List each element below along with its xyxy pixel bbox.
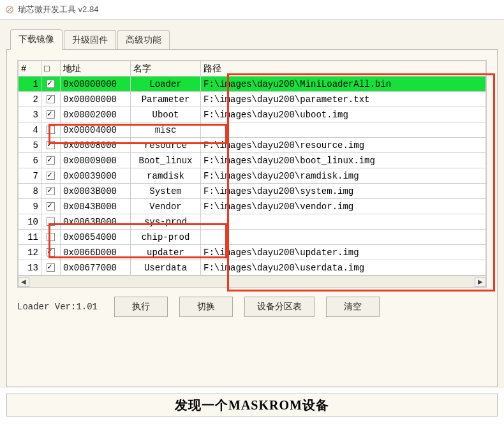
cell-check[interactable] [41, 245, 61, 260]
cell-name[interactable]: Vendor [131, 199, 201, 214]
partition-button[interactable]: 设备分区表 [244, 297, 315, 317]
horizontal-scrollbar[interactable]: ◀ ▶ [18, 276, 486, 287]
cell-name[interactable]: resource [131, 138, 201, 153]
table-row[interactable]: 80x0003B000SystemF:\images\dayu200\syste… [19, 184, 486, 199]
cell-name[interactable]: Boot_linux [131, 153, 201, 168]
cell-path[interactable]: F:\images\dayu200\resource.img [201, 138, 486, 153]
cell-check[interactable] [41, 107, 61, 122]
cell-path[interactable]: F:\images\dayu200\uboot.img [201, 107, 486, 122]
row-checkbox[interactable] [47, 187, 55, 195]
table-row[interactable]: 50x00008000resourceF:\images\dayu200\res… [19, 138, 486, 153]
main-window: 下载镜像 升级固件 高级功能 # □ 地址 名字 路径 10x00000000L… [0, 19, 504, 388]
scroll-left-arrow[interactable]: ◀ [18, 277, 29, 287]
switch-button[interactable]: 切换 [179, 297, 233, 317]
table-row[interactable]: 10x00000000LoaderF:\images\dayu200\MiniL… [19, 77, 486, 92]
cell-path[interactable]: F:\images\dayu200\updater.img [201, 245, 486, 260]
cell-index: 5 [19, 138, 41, 153]
cell-address[interactable]: 0x00000000 [61, 77, 131, 92]
cell-address[interactable]: 0x00009000 [61, 153, 131, 168]
cell-path[interactable]: F:\images\dayu200\MiniLoaderAll.bin [201, 77, 486, 92]
row-checkbox[interactable] [47, 263, 55, 272]
table-row[interactable]: 130x00677000UserdataF:\images\dayu200\us… [19, 260, 486, 276]
cell-name[interactable]: ramdisk [131, 168, 201, 184]
cell-check[interactable] [41, 214, 61, 230]
row-checkbox[interactable] [47, 172, 55, 180]
row-checkbox[interactable] [47, 80, 55, 88]
col-header-address[interactable]: 地址 [61, 61, 131, 77]
table-row[interactable]: 40x00004000misc [19, 122, 486, 138]
cell-name[interactable]: updater [131, 245, 201, 260]
cell-check[interactable] [41, 184, 61, 199]
run-button[interactable]: 执行 [114, 297, 168, 317]
cell-address[interactable]: 0x0063B000 [61, 214, 131, 230]
table-row[interactable]: 90x0043B000VendorF:\images\dayu200\vendo… [19, 199, 486, 214]
clear-button[interactable]: 清空 [326, 297, 380, 317]
cell-path[interactable]: F:\images\dayu200\userdata.img [201, 260, 486, 276]
table-row[interactable]: 110x00654000chip-prod [19, 230, 486, 245]
cell-address[interactable]: 0x0003B000 [61, 184, 131, 199]
cell-check[interactable] [41, 92, 61, 107]
cell-path[interactable]: F:\images\dayu200\system.img [201, 184, 486, 199]
row-checkbox[interactable] [47, 126, 55, 134]
table-row[interactable]: 20x00000000ParameterF:\images\dayu200\pa… [19, 92, 486, 107]
cell-name[interactable]: Loader [131, 77, 201, 92]
tab-upgrade-firmware[interactable]: 升级固件 [64, 30, 116, 50]
cell-address[interactable]: 0x00002000 [61, 107, 131, 122]
cell-name[interactable]: System [131, 184, 201, 199]
col-header-name[interactable]: 名字 [131, 61, 201, 77]
cell-check[interactable] [41, 138, 61, 153]
row-checkbox[interactable] [47, 218, 55, 226]
cell-check[interactable] [41, 230, 61, 245]
cell-index: 3 [19, 107, 41, 122]
row-checkbox[interactable] [47, 156, 55, 165]
cell-path[interactable] [201, 230, 486, 245]
cell-path[interactable]: F:\images\dayu200\boot_linux.img [201, 153, 486, 168]
row-checkbox[interactable] [47, 202, 55, 210]
cell-path[interactable]: F:\images\dayu200\ramdisk.img [201, 168, 486, 184]
tab-advanced[interactable]: 高级功能 [117, 30, 170, 50]
cell-address[interactable]: 0x00000000 [61, 92, 131, 107]
cell-check[interactable] [41, 168, 61, 184]
cell-name[interactable]: Parameter [131, 92, 201, 107]
row-checkbox[interactable] [47, 95, 55, 103]
cell-name[interactable]: misc [131, 122, 201, 138]
table-row[interactable]: 100x0063B000sys-prod [19, 214, 486, 230]
cell-address[interactable]: 0x0043B000 [61, 199, 131, 214]
cell-name[interactable]: chip-prod [131, 230, 201, 245]
cell-name[interactable]: sys-prod [131, 214, 201, 230]
cell-index: 13 [19, 260, 41, 276]
table-row[interactable]: 30x00002000UbootF:\images\dayu200\uboot.… [19, 107, 486, 122]
cell-address[interactable]: 0x0066D000 [61, 245, 131, 260]
row-checkbox[interactable] [47, 233, 55, 241]
scroll-right-arrow[interactable]: ▶ [475, 277, 486, 287]
cell-index: 8 [19, 184, 41, 199]
cell-address[interactable]: 0x00039000 [61, 168, 131, 184]
cell-address[interactable]: 0x00654000 [61, 230, 131, 245]
cell-check[interactable] [41, 77, 61, 92]
cell-path[interactable] [201, 214, 486, 230]
table-row[interactable]: 70x00039000ramdiskF:\images\dayu200\ramd… [19, 168, 486, 184]
cell-path[interactable]: F:\images\dayu200\parameter.txt [201, 92, 486, 107]
status-bar: 发现一个MASKROM设备 [6, 394, 498, 417]
cell-check[interactable] [41, 199, 61, 214]
row-checkbox[interactable] [47, 110, 55, 119]
cell-name[interactable]: Userdata [131, 260, 201, 276]
col-header-index[interactable]: # [19, 61, 41, 77]
cell-path[interactable]: F:\images\dayu200\vendor.img [201, 199, 486, 214]
cell-name[interactable]: Uboot [131, 107, 201, 122]
cell-address[interactable]: 0x00677000 [61, 260, 131, 276]
cell-index: 11 [19, 230, 41, 245]
tab-download-image[interactable]: 下载镜像 [10, 29, 63, 50]
cell-check[interactable] [41, 122, 61, 138]
cell-address[interactable]: 0x00008000 [61, 138, 131, 153]
cell-path[interactable] [201, 122, 486, 138]
col-header-check[interactable]: □ [41, 61, 61, 77]
row-checkbox[interactable] [47, 248, 55, 256]
cell-address[interactable]: 0x00004000 [61, 122, 131, 138]
cell-check[interactable] [41, 260, 61, 276]
table-row[interactable]: 120x0066D000updaterF:\images\dayu200\upd… [19, 245, 486, 260]
col-header-path[interactable]: 路径 [201, 61, 486, 77]
table-row[interactable]: 60x00009000Boot_linuxF:\images\dayu200\b… [19, 153, 486, 168]
cell-check[interactable] [41, 153, 61, 168]
row-checkbox[interactable] [47, 141, 55, 149]
